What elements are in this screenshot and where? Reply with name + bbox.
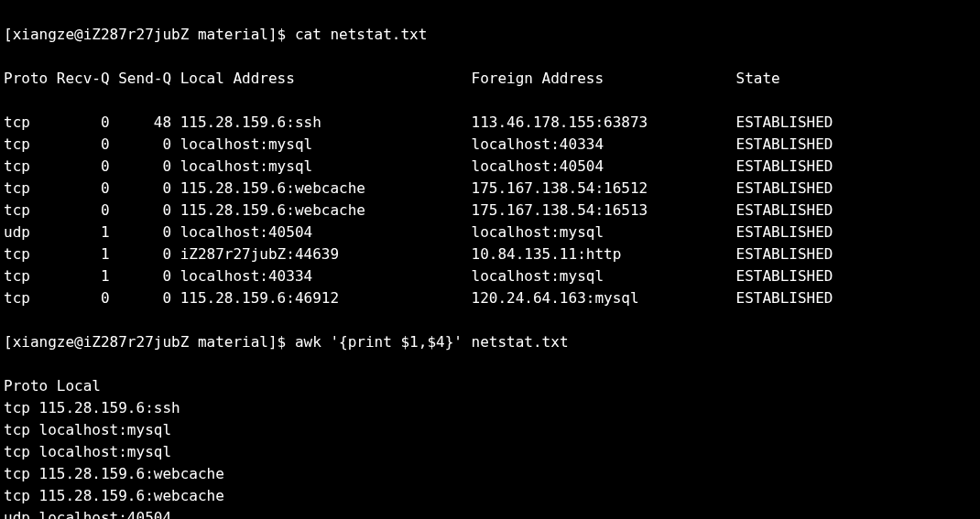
terminal-output[interactable]: [xiangze@iZ287r27jubZ material]$ cat net… (4, 2, 976, 519)
netstat-row: tcp 0 0 115.28.159.6:webcache 175.167.13… (4, 200, 976, 222)
netstat-header: Proto Recv-Q Send-Q Local Address Foreig… (4, 68, 976, 90)
awk-output-line: tcp 115.28.159.6:webcache (4, 485, 976, 507)
command-text: cat netstat.txt (295, 26, 428, 43)
netstat-row: tcp 1 0 iZ287r27jubZ:44639 10.84.135.11:… (4, 243, 976, 265)
awk-output-line: udp localhost:40504 (4, 507, 976, 519)
command-text: awk '{print $1,$4}' netstat.txt (295, 333, 569, 351)
awk-output-line: tcp localhost:mysql (4, 441, 976, 463)
netstat-row: tcp 1 0 localhost:40334 localhost:mysql … (4, 265, 976, 287)
awk-output-line: tcp 115.28.159.6:webcache (4, 463, 976, 485)
netstat-row: udp 1 0 localhost:40504 localhost:mysql … (4, 222, 976, 243)
netstat-row: tcp 0 0 localhost:mysql localhost:40504 … (4, 156, 976, 178)
prompt-line-2: [xiangze@iZ287r27jubZ material]$ awk '{p… (4, 331, 976, 353)
awk-output-line: Proto Local (4, 375, 976, 397)
awk-output-line: tcp localhost:mysql (4, 419, 976, 441)
netstat-row: tcp 0 0 115.28.159.6:webcache 175.167.13… (4, 178, 976, 200)
prompt-line-1: [xiangze@iZ287r27jubZ material]$ cat net… (4, 24, 976, 46)
shell-prompt: [xiangze@iZ287r27jubZ material]$ (4, 333, 295, 351)
shell-prompt: [xiangze@iZ287r27jubZ material]$ (4, 26, 295, 43)
netstat-row: tcp 0 48 115.28.159.6:ssh 113.46.178.155… (4, 112, 976, 134)
awk-output-line: tcp 115.28.159.6:ssh (4, 397, 976, 419)
netstat-row: tcp 0 0 115.28.159.6:46912 120.24.64.163… (4, 287, 976, 309)
netstat-row: tcp 0 0 localhost:mysql localhost:40334 … (4, 134, 976, 156)
